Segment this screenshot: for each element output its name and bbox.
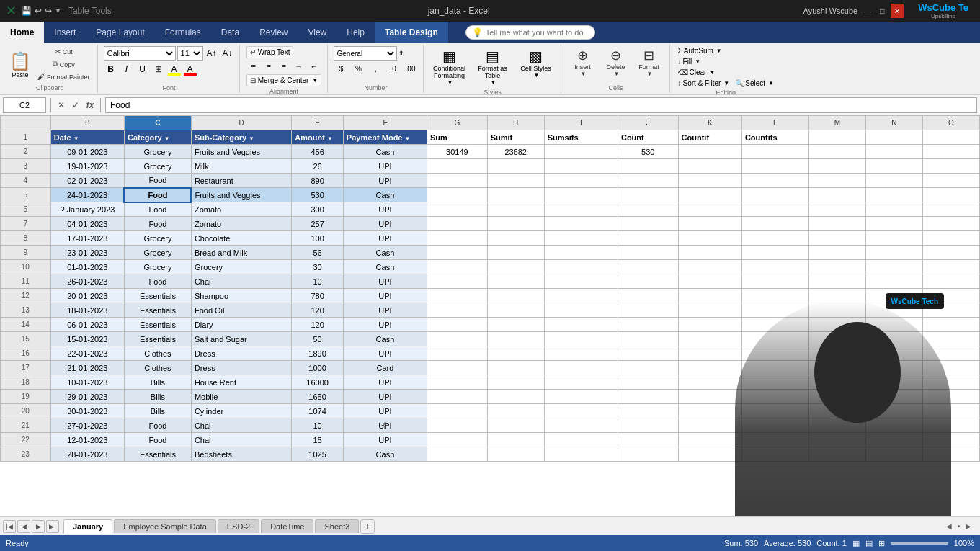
cell-j[interactable] xyxy=(618,346,678,361)
cell-category[interactable]: Essentials xyxy=(124,303,191,318)
cell-date[interactable]: 30-01-2023 xyxy=(50,404,124,418)
cell-h[interactable] xyxy=(487,274,544,289)
cell-n[interactable] xyxy=(865,217,922,231)
cell-n[interactable] xyxy=(865,231,922,246)
cell-k[interactable] xyxy=(678,433,741,447)
cell-i[interactable] xyxy=(544,145,618,159)
cell-subcategory[interactable]: Chocolate xyxy=(191,231,291,246)
cell-j[interactable] xyxy=(618,361,678,375)
cell-payment[interactable]: UPI xyxy=(343,346,427,361)
cell-category[interactable]: Food xyxy=(124,274,191,289)
cell-l[interactable] xyxy=(741,202,808,217)
cell-j[interactable] xyxy=(618,303,678,318)
cell-l[interactable] xyxy=(741,174,808,188)
cell-i[interactable] xyxy=(544,188,618,202)
cell-o[interactable] xyxy=(922,289,979,303)
cell-date[interactable]: 12-01-2023 xyxy=(50,433,124,447)
cell-j[interactable] xyxy=(618,289,678,303)
tab-table-design[interactable]: Table Design xyxy=(375,22,448,43)
cell-l[interactable] xyxy=(741,159,808,174)
paste-button[interactable]: 📋 Paste xyxy=(7,46,33,83)
col-header-O[interactable]: O xyxy=(922,116,979,130)
cell-payment[interactable]: UPI xyxy=(343,289,427,303)
cell-date[interactable]: 09-01-2023 xyxy=(50,145,124,159)
cell-date[interactable]: 10-01-2023 xyxy=(50,375,124,390)
save-icon[interactable]: 💾 xyxy=(21,6,32,16)
cell-k[interactable] xyxy=(678,318,741,332)
cell-h[interactable] xyxy=(487,346,544,361)
cell-m[interactable] xyxy=(808,375,865,390)
cell-i[interactable] xyxy=(544,418,618,433)
cell-g[interactable] xyxy=(427,260,488,274)
cell-g[interactable] xyxy=(427,159,488,174)
cell-subcategory[interactable]: Salt and Sugar xyxy=(191,332,291,346)
cell-m[interactable] xyxy=(808,390,865,404)
cell-o[interactable] xyxy=(922,433,979,447)
cell-m[interactable] xyxy=(808,174,865,188)
font-color-button[interactable]: A xyxy=(183,62,197,76)
tab-insert[interactable]: Insert xyxy=(44,22,86,43)
cell-h[interactable] xyxy=(487,260,544,274)
cell-i[interactable] xyxy=(544,260,618,274)
cell-g[interactable] xyxy=(427,289,488,303)
cell-j[interactable] xyxy=(618,433,678,447)
cell-n[interactable] xyxy=(865,346,922,361)
header-sumif[interactable]: Sumif xyxy=(487,130,544,145)
cell-o[interactable] xyxy=(922,274,979,289)
sheet-nav-prev[interactable]: ◀ xyxy=(17,520,30,533)
cell-i[interactable] xyxy=(544,375,618,390)
cell-o[interactable] xyxy=(922,447,979,462)
cell-o[interactable] xyxy=(922,246,979,260)
cell-date[interactable]: 29-01-2023 xyxy=(50,390,124,404)
cell-o[interactable] xyxy=(922,318,979,332)
header-category[interactable]: Category ▼ xyxy=(124,130,191,145)
cell-o1[interactable] xyxy=(922,130,979,145)
cell-i[interactable] xyxy=(544,159,618,174)
cond-format-dropdown-icon[interactable]: ▼ xyxy=(447,79,453,86)
customize-qat-icon[interactable]: ▼ xyxy=(55,7,61,14)
header-payment[interactable]: Payment Mode ▼ xyxy=(343,130,427,145)
cell-i[interactable] xyxy=(544,246,618,260)
cell-l[interactable] xyxy=(741,217,808,231)
cell-category[interactable]: Bills xyxy=(124,390,191,404)
cell-payment[interactable]: UPI xyxy=(343,274,427,289)
cell-subcategory[interactable]: Milk xyxy=(191,159,291,174)
minimize-button[interactable]: — xyxy=(860,4,874,18)
cell-n[interactable] xyxy=(865,159,922,174)
cell-amount[interactable]: 30 xyxy=(292,260,343,274)
merge-center-button[interactable]: ⊟ Merge & Center ▼ xyxy=(246,74,322,86)
cell-amount[interactable]: 16000 xyxy=(292,375,343,390)
cell-h[interactable] xyxy=(487,318,544,332)
cell-n[interactable] xyxy=(865,202,922,217)
cell-o[interactable] xyxy=(922,375,979,390)
cell-payment[interactable]: Cash xyxy=(343,447,427,462)
cell-k[interactable] xyxy=(678,174,741,188)
cell-h[interactable] xyxy=(487,217,544,231)
cell-g[interactable]: 30149 xyxy=(427,145,488,159)
decrease-decimal-button[interactable]: .0 xyxy=(386,62,401,75)
cell-g[interactable] xyxy=(427,433,488,447)
cell-h[interactable] xyxy=(487,404,544,418)
find-select-button[interactable]: 🔍 Select ▼ xyxy=(733,79,776,88)
cell-n[interactable] xyxy=(865,404,922,418)
fill-button[interactable]: ↓ Fill ▼ xyxy=(676,57,703,66)
cell-category[interactable]: Grocery xyxy=(124,145,191,159)
header-sumsifs[interactable]: Sumsifs xyxy=(544,130,618,145)
sheet-nav-last[interactable]: ▶| xyxy=(46,520,59,533)
cell-h[interactable] xyxy=(487,361,544,375)
scroll-right-icon[interactable]: ▶ xyxy=(966,522,971,530)
tab-help[interactable]: Help xyxy=(337,22,375,43)
cell-category[interactable]: Essentials xyxy=(124,332,191,346)
cell-g[interactable] xyxy=(427,390,488,404)
fill-dropdown-icon[interactable]: ▼ xyxy=(695,58,700,65)
cell-m[interactable] xyxy=(808,318,865,332)
cell-l[interactable] xyxy=(741,404,808,418)
cell-category[interactable]: Grocery xyxy=(124,231,191,246)
sort-filter-button[interactable]: ↕ Sort & Filter ▼ xyxy=(676,79,732,88)
cell-category[interactable]: Grocery xyxy=(124,260,191,274)
cell-payment[interactable]: UPI ✛ xyxy=(343,418,427,433)
cell-i[interactable] xyxy=(544,447,618,462)
header-count[interactable]: Count xyxy=(618,130,678,145)
cell-g[interactable] xyxy=(427,246,488,260)
col-header-K[interactable]: K xyxy=(678,116,741,130)
